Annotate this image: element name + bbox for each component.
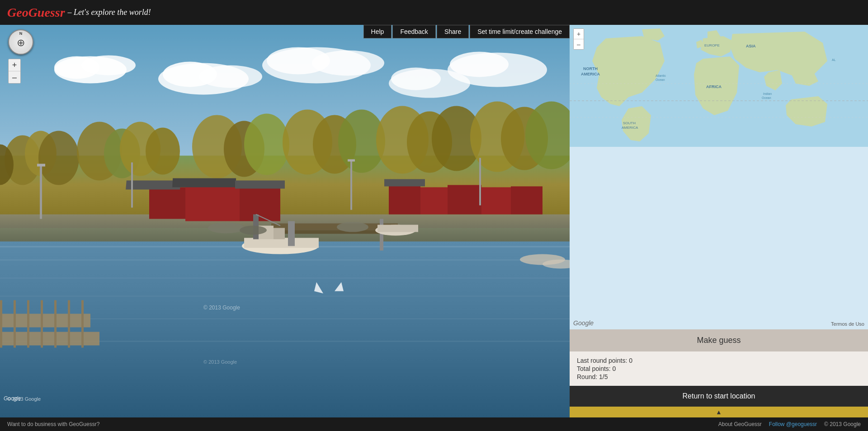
svg-rect-78 [27, 323, 29, 348]
svg-rect-87 [348, 159, 355, 162]
svg-point-90 [240, 226, 267, 235]
streetview-zoom-controls: + – [8, 59, 21, 84]
svg-point-89 [208, 223, 244, 234]
map-zoom-in-button[interactable]: + [574, 29, 584, 39]
svg-rect-77 [14, 323, 16, 348]
svg-rect-39 [0, 278, 570, 279]
panorama-scene: © 2013 Google © 2013 Google [0, 25, 570, 417]
svg-rect-54 [511, 187, 542, 215]
svg-rect-81 [68, 323, 70, 348]
svg-rect-56 [280, 230, 389, 234]
compass-arrows-icon: ⊕ [17, 37, 25, 49]
streetview-copyright: © 2013 Google [7, 396, 41, 402]
svg-rect-49 [389, 185, 420, 215]
svg-rect-66 [377, 225, 418, 232]
compass[interactable]: N ⊕ [8, 29, 33, 55]
zoom-out-button[interactable]: – [9, 71, 20, 83]
total-label: Total points: [577, 365, 611, 372]
last-round-value: 0 [629, 357, 632, 364]
svg-text:Atlantic: Atlantic [656, 74, 666, 77]
svg-text:ASIA: ASIA [746, 44, 756, 48]
svg-text:AMERICA: AMERICA [622, 126, 638, 130]
map-google-logo: Google [573, 319, 594, 327]
make-guess-button[interactable]: Make guess [570, 329, 868, 351]
map-panel: NORTH AMERICA SOUTH AMERICA ASIA EUROPE … [570, 25, 868, 417]
round-value: 1/5 [599, 373, 608, 380]
svg-rect-64 [380, 219, 383, 251]
svg-text:© 2013 Google: © 2013 Google [203, 305, 240, 311]
world-map-svg: NORTH AMERICA SOUTH AMERICA ASIA EUROPE … [570, 25, 868, 147]
svg-rect-61 [288, 221, 295, 246]
svg-point-11 [391, 68, 441, 90]
svg-rect-80 [54, 323, 57, 348]
svg-point-3 [81, 56, 136, 75]
svg-rect-51 [420, 187, 448, 215]
svg-rect-82 [81, 323, 84, 348]
svg-point-13 [450, 52, 509, 77]
map-terms-link[interactable]: Termos de Uso [831, 321, 864, 327]
return-to-start-button[interactable]: Return to start location [570, 386, 868, 407]
twitter-link[interactable]: Follow @geoguessr [769, 421, 817, 427]
svg-point-9 [312, 51, 384, 76]
logo[interactable]: GeoGuessr [7, 5, 65, 20]
svg-point-6 [199, 66, 262, 88]
svg-point-91 [337, 222, 368, 232]
last-round-score: Last round points: 0 [577, 357, 861, 364]
svg-rect-76 [0, 323, 2, 348]
help-button[interactable]: Help [363, 25, 392, 38]
svg-rect-38 [0, 260, 570, 261]
svg-text:AFRICA: AFRICA [706, 84, 722, 89]
svg-text:EUROPE: EUROPE [704, 43, 720, 47]
svg-text:Indian: Indian [763, 92, 772, 95]
svg-rect-36 [0, 242, 570, 418]
footer-right: About GeoGuessr Follow @geoguessr © 2013… [718, 421, 861, 427]
svg-rect-79 [41, 323, 43, 348]
svg-rect-43 [149, 187, 185, 219]
svg-rect-40 [0, 296, 570, 297]
svg-text:AL: AL [832, 58, 836, 61]
svg-text:AMERICA: AMERICA [581, 72, 600, 76]
svg-rect-60 [274, 228, 285, 239]
score-panel: Last round points: 0 Total points: 0 Rou… [570, 351, 868, 386]
svg-rect-58 [244, 238, 319, 248]
map-zoom-out-button[interactable]: – [574, 39, 584, 49]
svg-rect-84 [37, 164, 45, 167]
total-value: 0 [613, 365, 616, 372]
top-buttons-container: Help Feedback Share Set time limit/creat… [363, 25, 570, 38]
svg-rect-83 [40, 165, 42, 219]
header: GeoGuessr – Let's explore the world! [0, 0, 868, 25]
svg-point-22 [146, 128, 180, 175]
tagline: – Let's explore the world! [68, 8, 151, 17]
svg-rect-88 [479, 158, 481, 206]
svg-rect-52 [448, 185, 481, 215]
total-score: Total points: 0 [577, 365, 861, 372]
logo-text: GeoGuessr [7, 5, 65, 19]
svg-point-17 [38, 131, 79, 185]
svg-text:SOUTH: SOUTH [623, 121, 636, 125]
svg-rect-86 [350, 160, 352, 210]
map-view[interactable]: NORTH AMERICA SOUTH AMERICA ASIA EUROPE … [570, 25, 868, 329]
svg-rect-46 [172, 178, 236, 187]
compass-north-label: N [19, 31, 23, 36]
round-label: Round: [577, 373, 597, 380]
share-button[interactable]: Share [437, 25, 469, 38]
feedback-button[interactable]: Feedback [392, 25, 435, 38]
svg-rect-85 [131, 163, 133, 208]
svg-point-25 [244, 114, 289, 175]
round-info: Round: 1/5 [577, 373, 861, 380]
svg-text:Ocean: Ocean [656, 78, 665, 81]
svg-rect-50 [384, 179, 425, 187]
svg-text:NORTH: NORTH [583, 66, 598, 71]
challenge-button[interactable]: Set time limit/create challenge [470, 25, 570, 38]
footer-business-text: Want to do business with GeoGuessr? [7, 421, 99, 427]
svg-rect-45 [185, 185, 240, 221]
svg-text:© 2013 Google: © 2013 Google [203, 359, 237, 365]
about-link[interactable]: About GeoGuessr [718, 421, 762, 427]
zoom-in-button[interactable]: + [9, 59, 20, 71]
svg-rect-48 [235, 181, 285, 189]
street-view-panorama[interactable]: © 2013 Google © 2013 Google Google © 201… [0, 25, 570, 417]
footer-copyright: © 2013 Google [824, 421, 861, 427]
expand-map-button[interactable]: ▲ [570, 407, 868, 417]
svg-text:Ocean: Ocean [762, 96, 771, 99]
last-round-label: Last round points: [577, 357, 627, 364]
